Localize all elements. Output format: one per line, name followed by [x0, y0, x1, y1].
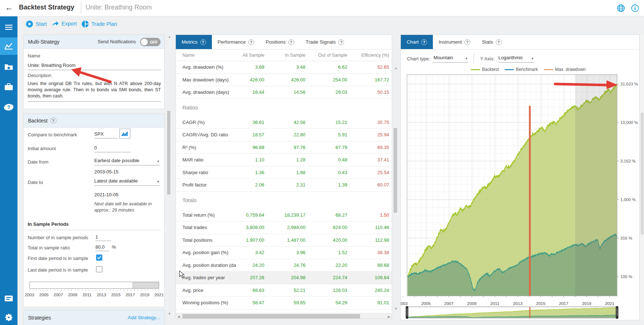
metric-efficiency: 245.24: [347, 288, 389, 293]
num-periods-input[interactable]: 1: [95, 234, 111, 241]
column-header[interactable]: Out of Sample: [305, 53, 347, 58]
trade-plan-button[interactable]: Trade Plan: [82, 20, 117, 28]
slider-year-label: 2021: [153, 293, 165, 297]
equity-chart[interactable]: 31,623 %10,000 %3,162 %1,000 %316 %100 %…: [401, 35, 640, 320]
tab-help-icon[interactable]: ?: [248, 39, 254, 45]
metric-value: 0.48: [305, 157, 347, 162]
tab-help-icon[interactable]: ?: [288, 39, 294, 45]
metric-value: 2.31: [264, 182, 305, 188]
column-header[interactable]: Efficiency (%): [347, 53, 389, 58]
column-header[interactable]: Name: [182, 53, 241, 58]
tab-metrics[interactable]: Metrics?: [176, 35, 212, 49]
date-from-select[interactable]: Earliest date possible ▾: [94, 158, 160, 165]
svg-text:2005: 2005: [421, 301, 431, 306]
metric-value: 3.42: [241, 250, 264, 255]
first-period-checkbox[interactable]: [96, 254, 102, 261]
sidebar-item-portfolio[interactable]: [0, 78, 17, 96]
sidebar-item-favorites[interactable]: [0, 58, 17, 75]
table-row[interactable]: CAGR (%)36.6142.5615.2135.75: [176, 116, 392, 129]
table-row[interactable]: Total return (%)0,759.6418,239.1768.271.…: [176, 209, 392, 222]
metric-efficiency: 109.64: [347, 275, 389, 280]
svg-text:2003: 2003: [401, 301, 408, 306]
metric-value: 36.61: [241, 120, 264, 125]
table-row[interactable]: Total trades3,808.002,984.00824.00110.46: [176, 221, 392, 234]
h-scroll-right-icon[interactable]: ▶: [388, 315, 390, 318]
h-scroll-left-icon[interactable]: ◀: [177, 315, 180, 318]
metrics-scroll-down-icon[interactable]: ▼: [394, 307, 398, 310]
table-row[interactable]: MAR ratio1.101.280.4837.41: [176, 154, 392, 166]
table-row[interactable]: Avg. trades per year207.26204.98224.7410…: [176, 272, 392, 284]
sample-period-slider[interactable]: [29, 282, 159, 289]
table-row[interactable]: Total positions1,907.001,487.00420.00112…: [176, 234, 392, 247]
benchmark-chart-button[interactable]: [119, 129, 130, 139]
metric-value: 824.00: [305, 225, 347, 230]
backtest-help-icon[interactable]: ?: [50, 117, 56, 124]
metrics-h-scrollbar[interactable]: ◀ ▶: [176, 313, 392, 319]
last-period-checkbox[interactable]: [96, 266, 102, 272]
sidebar-item-settings[interactable]: [0, 309, 17, 325]
right-scrollbar-track[interactable]: [640, 35, 644, 320]
backtest-card: Backtest ? Compare to benchmark SPX Init…: [23, 113, 165, 307]
tab-performance[interactable]: Performance?: [212, 35, 260, 49]
table-row[interactable]: Profit factor2.062.311.3960.07: [176, 179, 392, 192]
svg-text:1,000 %: 1,000 %: [620, 197, 636, 202]
sidebar-item-help[interactable]: ?: [0, 99, 17, 116]
name-annotation-arrow: [71, 67, 114, 84]
left-scroll-down-icon[interactable]: ▼: [168, 312, 171, 316]
sidebar-item-news[interactable]: [0, 290, 17, 307]
metric-efficiency: 38.38: [347, 250, 389, 255]
globe-icon[interactable]: [617, 4, 625, 12]
menu-icon[interactable]: [0, 19, 17, 36]
column-header[interactable]: All Sample: [241, 53, 264, 58]
metric-value: 18,239.17: [264, 212, 305, 218]
strategies-title: Strategies: [28, 315, 51, 321]
initial-amount-input[interactable]: 0: [94, 145, 131, 152]
table-row[interactable]: Avg. drawdown (days)16.4414.5629.0350.15: [176, 86, 392, 99]
column-header[interactable]: In Sample: [264, 53, 305, 58]
tab-help-icon[interactable]: ?: [200, 39, 206, 45]
gear-icon: [4, 313, 13, 322]
metric-value: 207.26: [241, 275, 264, 280]
metric-name: Profit factor: [182, 182, 241, 188]
metric-value: 128.03: [305, 288, 347, 293]
right-scrollbar-thumb[interactable]: [641, 113, 644, 234]
metrics-scrollbar-thumb[interactable]: [394, 128, 397, 213]
svg-text:10,000 %: 10,000 %: [620, 120, 638, 125]
table-row[interactable]: Sharpe ratio1.361.680.4325.54: [176, 166, 392, 179]
start-button[interactable]: Start: [26, 20, 47, 28]
h-scrollbar-thumb[interactable]: [182, 314, 360, 319]
metric-value: 3.48: [264, 64, 305, 70]
date-to-select[interactable]: Latest date available ▾: [94, 178, 160, 186]
tab-help-icon[interactable]: ?: [338, 39, 344, 45]
page-title: Backtest Strategy: [19, 4, 74, 11]
metrics-scroll-up-icon[interactable]: ▲: [394, 67, 398, 70]
metric-name: Avg. drawdown (days): [182, 89, 241, 95]
metric-efficiency: 60.07: [347, 182, 389, 188]
table-row[interactable]: Avg. position duration (da24.2024.7622.2…: [176, 259, 392, 272]
first-period-label: First date period is in sample: [28, 256, 88, 261]
send-notifications-toggle[interactable]: OFF: [140, 38, 161, 46]
table-row[interactable]: Winning positions (%)58.4759.6554.2991.0…: [176, 297, 392, 309]
metric-value: 18.57: [241, 132, 264, 137]
metric-name: Avg. trades per year: [182, 275, 241, 280]
table-row[interactable]: Avg. position gain (%)3.423.961.5238.38: [176, 246, 392, 259]
info-icon[interactable]: [631, 4, 639, 12]
svg-text:316 %: 316 %: [620, 236, 632, 240]
toggle-state-label: OFF: [150, 40, 158, 44]
add-strategy-link[interactable]: Add Strategy...: [128, 315, 160, 320]
table-row[interactable]: Avg. drawdown (%)3.893.486.6252.65: [176, 61, 392, 74]
ratio-input[interactable]: 80.0: [95, 244, 109, 251]
tab-trade-signals[interactable]: Trade Signals?: [300, 35, 350, 49]
metric-name: Max drawdown (days): [182, 77, 241, 83]
table-row[interactable]: R² (%)96.8997.7667.7969.35: [176, 141, 392, 154]
table-row[interactable]: Avg. price68.6352.21128.03245.24: [176, 284, 392, 297]
tab-positions[interactable]: Positions?: [260, 35, 300, 49]
left-scrollbar-thumb[interactable]: [167, 111, 170, 194]
back-arrow-icon[interactable]: ←: [5, 3, 13, 12]
export-button[interactable]: Export: [52, 20, 77, 27]
benchmark-input[interactable]: SPX: [94, 131, 118, 139]
left-scroll-up-icon[interactable]: ▲: [168, 35, 171, 39]
sidebar-item-backtest-chart[interactable]: [0, 37, 17, 55]
table-row[interactable]: Max drawdown (days)426.00426.00254.00167…: [176, 74, 392, 87]
table-row[interactable]: CAGR/√Avg. DD ratio18.5722.805.9125.94: [176, 129, 392, 141]
